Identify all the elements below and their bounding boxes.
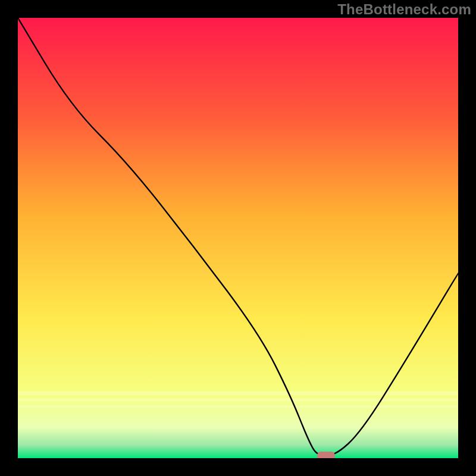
watermark-text: TheBottleneck.com [337, 1, 471, 18]
svg-rect-0 [18, 392, 458, 395]
chart-frame: TheBottleneck.com [0, 0, 476, 476]
bottleneck-plot [18, 18, 458, 458]
svg-rect-2 [18, 406, 458, 408]
optimal-marker [317, 452, 335, 458]
svg-rect-1 [18, 399, 458, 401]
